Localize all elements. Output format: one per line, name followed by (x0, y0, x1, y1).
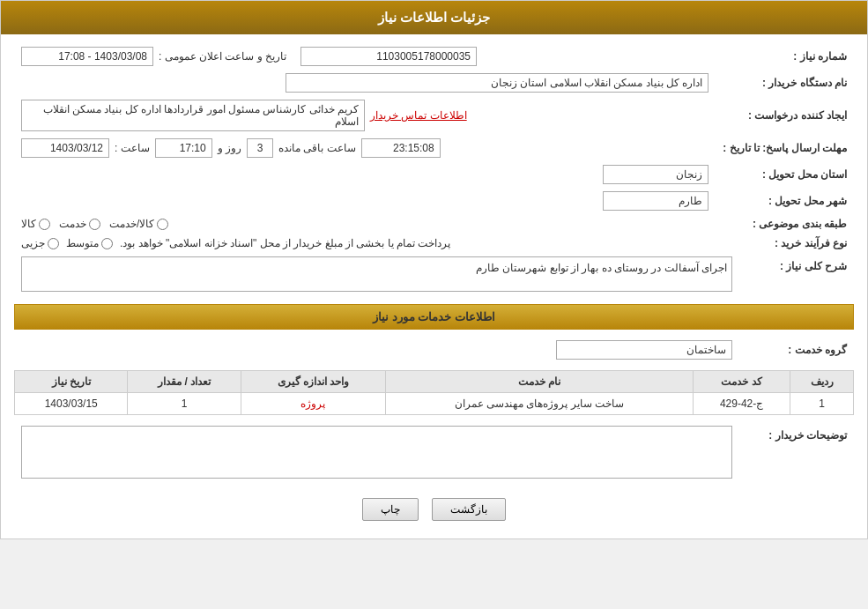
cell-radif: 1 (790, 393, 854, 415)
contact-link[interactable]: اطلاعات تماس خریدار (370, 109, 467, 122)
sharh-value: اجرای آسفالت در روستای ده بهار از توابع … (14, 253, 739, 295)
sharh-input: اجرای آسفالت در روستای ده بهار از توابع … (21, 256, 732, 292)
grooh-khedmat-label: گروه خدمت : (739, 337, 854, 363)
motaset-radio[interactable]: متوسط (66, 237, 113, 249)
cell-kod: ج-42-429 (693, 393, 790, 415)
service-table: ردیف کد خدمت نام خدمت واحد اندازه گیری ت… (14, 370, 854, 415)
grooh-table: گروه خدمت : ساختمان (14, 337, 854, 363)
col-kod: کد خدمت (693, 371, 790, 393)
tozihat-table: توضیحات خریدار : (14, 422, 854, 485)
shahr-value: طارم (14, 188, 716, 214)
page-wrapper: جزئیات اطلاعات نیاز شماره نیاز : 1103005… (0, 0, 868, 539)
shomara-niaz-input: 1103005178000035 (300, 47, 477, 66)
kala-khedmat-radio[interactable]: کالا/خدمت (109, 218, 168, 230)
buttons-row: بازگشت چاپ (14, 498, 854, 521)
tozihat-textarea[interactable] (21, 426, 732, 479)
mohlat-value: 23:15:08 ساعت باقی مانده 3 روز و 17:10 س… (14, 135, 716, 161)
shahr-label: شهر محل تحویل : (716, 188, 854, 214)
rooz-label: روز و (218, 142, 241, 154)
mohlat-label: مهلت ارسال پاسخ: تا تاریخ : (716, 135, 854, 161)
ijad-input: کریم خدائی کارشناس مسئول امور قراردادها … (21, 100, 365, 131)
btn-chap[interactable]: چاپ (362, 498, 419, 521)
kala-radio[interactable]: کالا (21, 218, 50, 230)
cell-name: ساخت سایر پروژه‌های مهندسی عمران (386, 393, 694, 415)
cell-tedad: 1 (128, 393, 241, 415)
shomara-niaz-label: شماره نیاز : (716, 43, 854, 70)
page-title: جزئیات اطلاعات نیاز (378, 10, 490, 25)
col-radif: ردیف (790, 371, 854, 393)
shomara-niaz-value: 1103005178000035 تاریخ و ساعت اعلان عموم… (14, 43, 716, 70)
col-vahed: واحد اندازه گیری (241, 371, 385, 393)
col-tedad: تعداد / مقدار (128, 371, 241, 393)
grooh-khedmat-input: ساختمان (556, 340, 732, 360)
rooz-input: 3 (247, 138, 273, 158)
grooh-khedmat-value: ساختمان (14, 337, 739, 363)
btn-bazgasht[interactable]: بازگشت (432, 498, 506, 521)
darkhast-label: نام دستگاه خریدار : (716, 70, 854, 96)
farayand-desc: پرداخت تمام یا بخشی از مبلغ خریدار از مح… (120, 237, 450, 249)
shahr-input: طارم (603, 191, 708, 211)
cell-tarikh: 1403/03/15 (15, 393, 128, 415)
col-tarikh: تاریخ نیاز (15, 371, 128, 393)
ijad-value: اطلاعات تماس خریدار کریم خدائی کارشناس م… (14, 96, 716, 135)
date-input: 1403/03/12 (21, 138, 109, 158)
khadamat-section-title: اطلاعات خدمات مورد نیاز (14, 304, 854, 330)
tabaqe-value: کالا/خدمت خدمت کالا (14, 214, 716, 234)
noE-farayand-label: نوع فرآیند خرید : (716, 234, 854, 253)
khedmat-radio[interactable]: خدمت (59, 218, 100, 230)
sharh-table: شرح کلی نیاز : اجرای آسفالت در روستای ده… (14, 253, 854, 295)
time-input: 17:10 (155, 138, 212, 158)
ijad-label: ایجاد کننده درخواست : (716, 96, 854, 135)
time-label: ساعت : (115, 142, 150, 154)
info-table: شماره نیاز : 1103005178000035 تاریخ و سا… (14, 43, 854, 253)
sharh-label: شرح کلی نیاز : (739, 253, 854, 295)
tozihat-value (14, 422, 739, 485)
jozyi-radio[interactable]: جزیی (21, 237, 59, 249)
col-name: نام خدمت (386, 371, 694, 393)
tarikhe-ijad-label: تاریخ و ساعت اعلان عمومی : (159, 50, 286, 63)
tabaqe-label: طبقه بندی موضوعی : (716, 214, 854, 234)
main-content: شماره نیاز : 1103005178000035 تاریخ و سا… (1, 34, 867, 538)
tarikhe-ijad-input: 1403/03/08 - 17:08 (21, 47, 153, 66)
tozihat-label: توضیحات خریدار : (739, 422, 854, 485)
page-header: جزئیات اطلاعات نیاز (1, 1, 867, 34)
darkhast-value: اداره کل بنیاد مسکن انقلاب اسلامی استان … (14, 70, 716, 96)
noE-farayand-value: پرداخت تمام یا بخشی از مبلغ خریدار از مح… (14, 234, 716, 253)
baqi-label: ساعت باقی مانده (278, 142, 356, 154)
ostan-label: استان محل تحویل : (716, 161, 854, 188)
darkhast-input: اداره کل بنیاد مسکن انقلاب اسلامی استان … (286, 73, 708, 93)
ostan-value: زنجان (14, 161, 716, 188)
ostan-input: زنجان (603, 165, 708, 184)
table-row: 1 ج-42-429 ساخت سایر پروژه‌های مهندسی عم… (15, 393, 854, 415)
baqi-input: 23:15:08 (361, 138, 441, 158)
cell-vahed: پروژه (241, 393, 385, 415)
